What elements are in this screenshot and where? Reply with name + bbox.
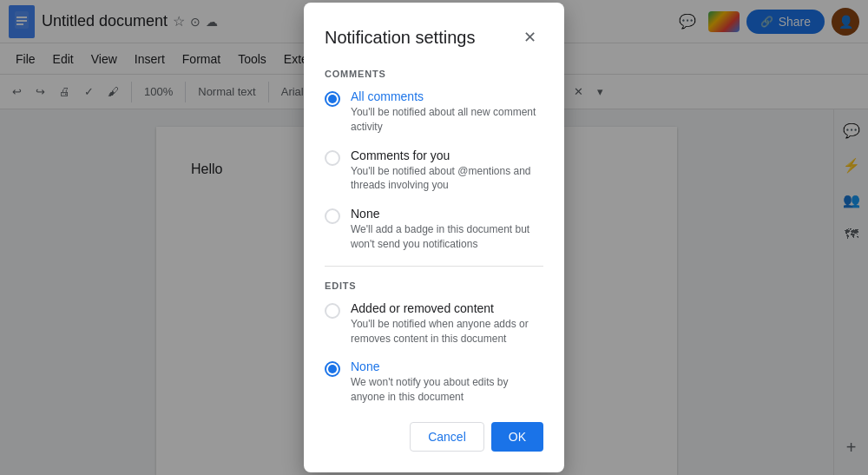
none-edits-desc: We won't notify you about edits by anyon… <box>351 375 543 405</box>
comments-for-you-text: Comments for you You'll be notified abou… <box>351 148 543 194</box>
radio-all-comments-circle <box>325 91 340 107</box>
all-comments-text: All comments You'll be notified about al… <box>351 89 543 135</box>
dialog-overlay: Notification settings ✕ COMMENTS All com… <box>0 0 868 475</box>
comments-section-label: COMMENTS <box>325 69 543 79</box>
added-removed-title: Added or removed content <box>351 301 543 315</box>
comments-for-you-title: Comments for you <box>351 148 543 162</box>
none-comments-title: None <box>351 207 543 221</box>
radio-none-comments[interactable]: None We'll add a badge in this document … <box>325 207 543 252</box>
edits-section: EDITS Added or removed content You'll be… <box>325 280 543 405</box>
dialog-close-button[interactable]: ✕ <box>516 23 543 51</box>
all-comments-title: All comments <box>351 89 543 103</box>
dialog-header: Notification settings ✕ <box>325 23 543 51</box>
none-comments-text: None We'll add a badge in this document … <box>351 207 543 252</box>
section-divider <box>325 266 543 267</box>
radio-added-removed[interactable]: Added or removed content You'll be notif… <box>325 301 543 346</box>
app-container: Untitled document ☆ ⊙ ☁ 💬 🔗 Share 👤 File… <box>0 0 868 475</box>
radio-added-removed-circle <box>325 303 340 319</box>
ok-button[interactable]: OK <box>491 422 543 452</box>
none-edits-text: None We won't notify you about edits by … <box>351 360 543 405</box>
radio-none-edits-circle <box>325 361 340 377</box>
dialog-footer: Cancel OK <box>325 422 543 452</box>
added-removed-desc: You'll be notified when anyone adds or r… <box>351 317 543 346</box>
radio-none-edits[interactable]: None We won't notify you about edits by … <box>325 360 543 405</box>
notification-settings-dialog: Notification settings ✕ COMMENTS All com… <box>304 3 564 472</box>
comments-section: COMMENTS All comments You'll be notified… <box>325 69 543 252</box>
radio-none-comments-circle <box>325 208 340 224</box>
radio-comments-for-you[interactable]: Comments for you You'll be notified abou… <box>325 148 543 194</box>
radio-comments-for-you-circle <box>325 150 340 166</box>
edits-section-label: EDITS <box>325 280 543 291</box>
radio-all-comments[interactable]: All comments You'll be notified about al… <box>325 89 543 135</box>
cancel-button[interactable]: Cancel <box>410 422 484 452</box>
none-comments-desc: We'll add a badge in this document but w… <box>351 222 543 252</box>
none-edits-title: None <box>351 360 543 373</box>
dialog-title: Notification settings <box>325 28 475 48</box>
comments-for-you-desc: You'll be notified about @mentions and t… <box>351 164 543 194</box>
all-comments-desc: You'll be notified about all new comment… <box>351 105 543 135</box>
added-removed-text: Added or removed content You'll be notif… <box>351 301 543 346</box>
